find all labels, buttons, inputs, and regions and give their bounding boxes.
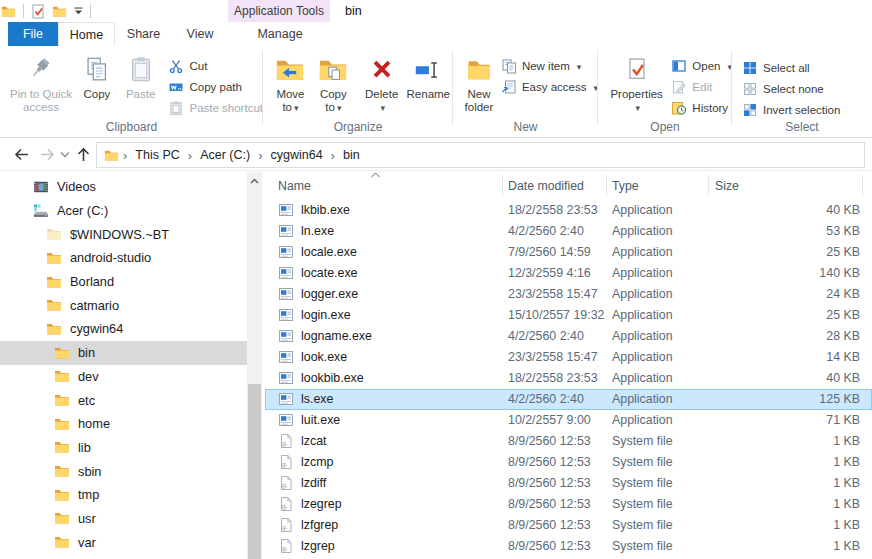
paste-button[interactable]: Paste: [119, 50, 163, 101]
breadcrumb-segment-this-pc[interactable]: This PC: [128, 148, 186, 162]
sidebar-item-dev[interactable]: dev: [0, 365, 247, 389]
qat-properties-icon[interactable]: [31, 4, 45, 19]
back-button[interactable]: [8, 138, 34, 170]
column-header-size[interactable]: Size: [715, 179, 739, 193]
file-date-modified: 8/9/2560 12:53: [508, 434, 591, 448]
file-row-locate-exe[interactable]: locate.exe 12/3/2559 4:16 Application 14…: [265, 263, 872, 284]
rename-button[interactable]: Rename: [404, 50, 453, 101]
paste-icon: [126, 52, 156, 88]
file-row-ls-exe[interactable]: ls.exe 4/2/2560 2:40 Application 125 KB: [265, 389, 872, 410]
new-folder-button[interactable]: Newfolder: [461, 50, 497, 114]
sidebar-item-bin[interactable]: bin: [0, 341, 247, 365]
file-row-luit-exe[interactable]: luit.exe 10/2/2557 9:00 Application 71 K…: [265, 410, 872, 431]
forward-button[interactable]: [34, 138, 60, 170]
select-all-button[interactable]: Select all: [742, 57, 840, 78]
scrollbar-up-arrow-icon[interactable]: [247, 175, 262, 186]
file-type: System file: [612, 476, 673, 490]
column-separator[interactable]: [708, 175, 709, 196]
scrollbar-thumb[interactable]: [248, 384, 261, 559]
file-row-lkbib-exe[interactable]: lkbib.exe 18/2/2558 23:53 Application 40…: [265, 200, 872, 221]
column-header-date-modified[interactable]: Date modified: [508, 179, 584, 193]
videos-icon: [33, 179, 49, 195]
file-date-modified: 7/9/2560 14:59: [508, 245, 591, 259]
file-row-ln-exe[interactable]: ln.exe 4/2/2560 2:40 Application 53 KB: [265, 221, 872, 242]
recent-locations-chevron-icon[interactable]: [58, 138, 72, 170]
properties-button[interactable]: Properties: [606, 50, 667, 115]
file-row-lzfgrep[interactable]: lzfgrep 8/9/2560 12:53 System file 1 KB: [265, 515, 872, 536]
file-row-look-exe[interactable]: look.exe 23/3/2558 15:47 Application 14 …: [265, 347, 872, 368]
new-item-button[interactable]: New item: [501, 55, 598, 76]
column-separator[interactable]: [502, 175, 503, 196]
new-folder-icon: [465, 52, 493, 88]
invert-selection-button[interactable]: Invert selection: [742, 99, 840, 120]
history-button[interactable]: History: [671, 97, 732, 118]
file-row-lzgrep[interactable]: lzgrep 8/9/2560 12:53 System file 1 KB: [265, 536, 872, 557]
tab-home[interactable]: Home: [58, 22, 115, 46]
sidebar-item-etc[interactable]: etc: [0, 388, 247, 412]
copy-path-button[interactable]: Copy path: [168, 76, 263, 97]
file-date-modified: 18/2/2558 23:53: [508, 371, 598, 385]
sidebar-item-var[interactable]: var: [0, 530, 247, 554]
copy-to-button[interactable]: Copyto: [312, 50, 355, 115]
edit-button[interactable]: Edit: [671, 76, 732, 97]
open-button[interactable]: Open: [671, 55, 732, 76]
breadcrumb-segment-bin[interactable]: bin: [336, 148, 367, 162]
copy-button[interactable]: Copy: [75, 50, 119, 101]
tab-file[interactable]: File: [8, 22, 58, 46]
folder-icon: [54, 487, 70, 503]
breadcrumb-segment-acer-c[interactable]: Acer (C:): [193, 148, 257, 162]
file-row-lookbib-exe[interactable]: lookbib.exe 18/2/2558 23:53 Application …: [265, 368, 872, 389]
sidebar-item-android-studio[interactable]: android-studio: [0, 246, 247, 270]
sidebar-item-label: Borland: [70, 274, 114, 289]
file-size: 28 KB: [708, 329, 860, 343]
sidebar-scrollbar[interactable]: [247, 172, 262, 559]
sidebar-item-home[interactable]: home: [0, 412, 247, 436]
paste-shortcut-button[interactable]: Paste shortcut: [168, 97, 263, 118]
column-separator[interactable]: [862, 175, 863, 196]
file-row-login-exe[interactable]: login.exe 15/10/2557 19:32 Application 2…: [265, 305, 872, 326]
file-row-lzcat[interactable]: lzcat 8/9/2560 12:53 System file 1 KB: [265, 431, 872, 452]
move-to-button[interactable]: Moveto: [269, 50, 312, 115]
up-button[interactable]: [71, 138, 95, 170]
easy-access-button[interactable]: Easy access: [501, 76, 598, 97]
file-name: lzegrep: [301, 497, 342, 511]
sidebar-item-videos[interactable]: Videos: [0, 175, 247, 199]
sidebar-item-lib[interactable]: lib: [0, 436, 247, 460]
cut-button[interactable]: Cut: [168, 55, 263, 76]
select-none-button[interactable]: Select none: [742, 78, 840, 99]
qat-customize-icon[interactable]: [74, 7, 83, 15]
delete-button[interactable]: Delete: [360, 50, 404, 115]
sidebar-item-acer-c[interactable]: Acer (C:): [0, 199, 247, 223]
file-row-logger-exe[interactable]: logger.exe 23/3/2558 15:47 Application 2…: [265, 284, 872, 305]
folder-icon: [54, 368, 70, 384]
column-header-type[interactable]: Type: [612, 179, 639, 193]
file-row-locale-exe[interactable]: locale.exe 7/9/2560 14:59 Application 25…: [265, 242, 872, 263]
pin-to-quick-access-button[interactable]: Pin to Quickaccess: [7, 50, 75, 114]
folder-icon: [46, 274, 62, 290]
qat-new-folder-icon[interactable]: [52, 4, 67, 19]
sidebar-item-windows-bt[interactable]: $WINDOWS.~BT: [0, 222, 247, 246]
folder-icon: [54, 345, 70, 361]
tab-manage[interactable]: Manage: [230, 22, 330, 46]
breadcrumb-segment-cygwin64[interactable]: cygwin64: [263, 148, 329, 162]
file-row-lzdiff[interactable]: lzdiff 8/9/2560 12:53 System file 1 KB: [265, 473, 872, 494]
application-icon: [278, 286, 294, 302]
file-date-modified: 8/9/2560 12:53: [508, 539, 591, 553]
column-header-name[interactable]: Name: [278, 179, 311, 193]
sidebar-item-catmario[interactable]: catmario: [0, 293, 247, 317]
file-row-lzcmp[interactable]: lzcmp 8/9/2560 12:53 System file 1 KB: [265, 452, 872, 473]
tab-view[interactable]: View: [172, 22, 228, 46]
address-box[interactable]: This PCAcer (C:)cygwin64bin: [96, 142, 865, 168]
file-row-lzegrep[interactable]: lzegrep 8/9/2560 12:53 System file 1 KB: [265, 494, 872, 515]
dropdown-caret-icon: [292, 101, 299, 113]
column-separator[interactable]: [606, 175, 607, 196]
rename-button-label: Rename: [407, 88, 450, 101]
sidebar-item-label: cygwin64: [70, 321, 123, 336]
sidebar-item-usr[interactable]: usr: [0, 507, 247, 531]
sidebar-item-cygwin64[interactable]: cygwin64: [0, 317, 247, 341]
sidebar-item-sbin[interactable]: sbin: [0, 459, 247, 483]
file-row-logname-exe[interactable]: logname.exe 4/2/2560 2:40 Application 28…: [265, 326, 872, 347]
sidebar-item-borland[interactable]: Borland: [0, 270, 247, 294]
sidebar-item-tmp[interactable]: tmp: [0, 483, 247, 507]
tab-share[interactable]: Share: [115, 22, 172, 46]
